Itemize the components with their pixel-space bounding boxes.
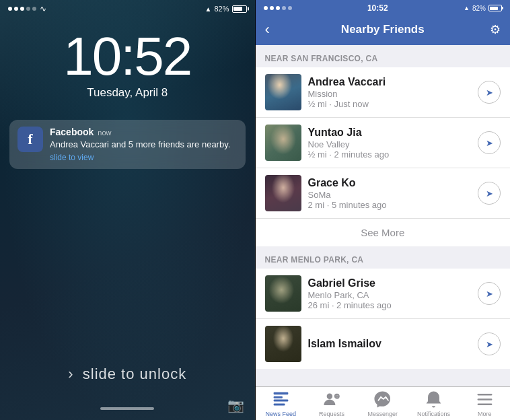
friend-distance-grace: 2 mi · 5 minutes ago	[308, 200, 478, 210]
battery-fill-left	[233, 7, 242, 11]
navigate-arrow-icon-g: ➤	[486, 188, 493, 199]
friend-name-andrea: Andrea Vaccari	[308, 76, 478, 88]
battery-percent-left: 82%	[214, 5, 229, 13]
notification-slide-hint[interactable]: slide to view	[50, 153, 238, 162]
friend-location-andrea: Mission	[308, 89, 478, 99]
friend-item-yuntao[interactable]: Yuntao Jia Noe Valley ½ mi · 2 minutes a…	[256, 118, 511, 168]
back-button[interactable]: ‹	[265, 21, 285, 38]
friend-location-yuntao: Noe Valley	[308, 139, 478, 149]
navigate-button-yuntao[interactable]: ➤	[478, 131, 501, 154]
sdot1	[264, 6, 268, 10]
friend-info-grace: Grace Ko SoMa 2 mi · 5 minutes ago	[308, 177, 478, 210]
svg-rect-9	[477, 398, 492, 400]
wifi-icon: ∿	[40, 4, 46, 13]
tab-more[interactable]: More	[459, 387, 510, 420]
section-label-mp: NEAR MENLO PARK, CA	[265, 255, 364, 265]
status-time-right: 10:52	[367, 3, 388, 13]
notification-header: Facebook now	[50, 127, 238, 137]
home-indicator	[100, 407, 154, 410]
tab-requests-label: Requests	[319, 411, 344, 417]
navigate-arrow-icon-gb: ➤	[486, 289, 493, 299]
slide-to-unlock[interactable]: › slide to unlock	[0, 365, 255, 383]
fb-app-icon: f	[17, 127, 43, 152]
lock-screen: ∿ ▲ 82% 10:52 Tuesday, April 8 f Faceboo…	[0, 0, 255, 420]
status-right-icons: ▲ 82%	[464, 5, 502, 12]
sdot5	[288, 6, 292, 10]
notification-time: now	[98, 129, 111, 137]
friends-list-mp: Gabriel Grise Menlo Park, CA 26 mi · 2 m…	[256, 269, 511, 369]
page-title: Nearby Friends	[285, 23, 481, 36]
fb-header: ‹ Nearby Friends ⚙	[256, 15, 511, 45]
friend-distance-gabriel: 26 mi · 2 minutes ago	[308, 300, 478, 310]
signal-dots-right	[264, 6, 292, 10]
navigate-button-islam[interactable]: ➤	[478, 332, 501, 355]
slide-unlock-label: slide to unlock	[83, 365, 186, 382]
battery-fill-right	[490, 7, 497, 10]
battery-icon-right	[488, 5, 502, 11]
friend-name-islam: Islam Ismailov	[308, 338, 478, 350]
lock-date: Tuesday, April 8	[0, 86, 255, 100]
tab-bar: News Feed Requests Messenger	[256, 386, 511, 420]
see-more-sf[interactable]: See More	[256, 218, 511, 246]
friend-item-islam[interactable]: Islam Ismailov ➤	[256, 319, 511, 369]
tab-notifications[interactable]: Notifications	[408, 387, 460, 420]
notification-app-name: Facebook	[50, 127, 94, 137]
fb-content[interactable]: NEAR SAN FRANCISCO, CA Andrea Vaccari Mi…	[256, 45, 511, 386]
status-right-lock: ▲ 82%	[205, 5, 247, 13]
friends-list-sf: Andrea Vaccari Mission ½ mi · Just now ➤…	[256, 67, 511, 218]
friend-location-grace: SoMa	[308, 190, 478, 200]
avatar-andrea	[265, 74, 301, 110]
sdot3	[276, 6, 280, 10]
notification-content: Facebook now Andrea Vaccari and 5 more f…	[50, 127, 238, 162]
tab-messenger[interactable]: Messenger	[357, 387, 408, 420]
friend-location-gabriel: Menlo Park, CA	[308, 290, 478, 300]
friend-item-gabriel[interactable]: Gabriel Grise Menlo Park, CA 26 mi · 2 m…	[256, 269, 511, 319]
more-icon	[475, 390, 495, 409]
camera-icon[interactable]: 📷	[227, 397, 244, 413]
settings-button[interactable]: ⚙	[480, 22, 501, 37]
tab-requests[interactable]: Requests	[306, 387, 357, 420]
dot4	[26, 7, 30, 11]
friend-info-gabriel: Gabriel Grise Menlo Park, CA 26 mi · 2 m…	[308, 277, 478, 310]
friend-info-islam: Islam Ismailov	[308, 338, 478, 351]
tab-news-feed[interactable]: News Feed	[256, 387, 307, 420]
requests-icon	[322, 390, 342, 409]
friend-info-andrea: Andrea Vaccari Mission ½ mi · Just now	[308, 76, 478, 109]
slide-arrow-icon: ›	[68, 365, 73, 382]
svg-rect-0	[273, 392, 288, 395]
friend-name-grace: Grace Ko	[308, 177, 478, 189]
messenger-icon	[373, 390, 392, 409]
friend-info-yuntao: Yuntao Jia Noe Valley ½ mi · 2 minutes a…	[308, 127, 478, 160]
tab-messenger-label: Messenger	[367, 411, 398, 417]
svg-point-4	[326, 393, 332, 398]
avatar-gabriel	[265, 275, 301, 312]
navigate-button-grace[interactable]: ➤	[478, 182, 501, 205]
friend-item-andrea[interactable]: Andrea Vaccari Mission ½ mi · Just now ➤	[256, 67, 511, 118]
avatar-grace	[265, 175, 301, 211]
navigate-button-andrea[interactable]: ➤	[478, 81, 501, 104]
navigate-arrow-icon-is: ➤	[486, 339, 493, 349]
lock-bottom-bar	[0, 407, 255, 410]
status-left-group: ∿	[8, 4, 46, 13]
svg-rect-8	[477, 394, 492, 395]
lock-time: 10:52	[0, 30, 255, 83]
signal-dots	[8, 7, 36, 11]
notifications-icon	[424, 390, 443, 409]
tab-notifications-label: Notifications	[417, 411, 450, 417]
friend-distance-andrea: ½ mi · Just now	[308, 99, 478, 109]
friend-item-grace[interactable]: Grace Ko SoMa 2 mi · 5 minutes ago ➤	[256, 168, 511, 218]
section-label-sf: NEAR SAN FRANCISCO, CA	[265, 54, 378, 63]
navigate-arrow-icon-y: ➤	[486, 138, 493, 148]
fb-screen: 10:52 ▲ 82% ‹ Nearby Friends ⚙ NEAR SAN …	[256, 0, 511, 420]
dot2	[14, 7, 18, 11]
sdot4	[282, 6, 286, 10]
section-header-mp: NEAR MENLO PARK, CA	[256, 246, 511, 269]
svg-rect-2	[273, 400, 288, 402]
svg-rect-1	[273, 396, 282, 398]
dot5	[32, 7, 36, 11]
svg-rect-10	[477, 404, 492, 405]
notification-card[interactable]: f Facebook now Andrea Vaccari and 5 more…	[9, 120, 246, 169]
navigate-button-gabriel[interactable]: ➤	[478, 282, 501, 305]
notification-message: Andrea Vaccari and 5 more friends are ne…	[50, 139, 238, 151]
sdot2	[270, 6, 274, 10]
